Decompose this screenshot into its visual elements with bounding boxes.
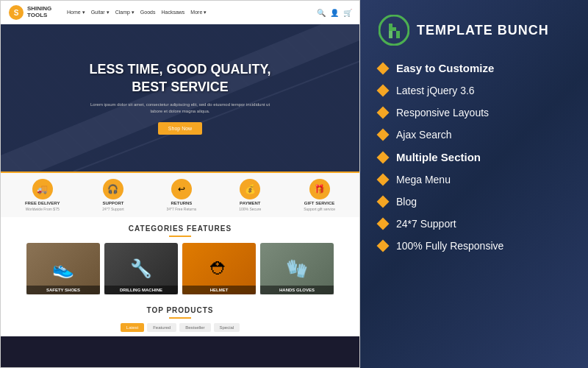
feature-responsive-label: Responsive Layouts — [396, 107, 489, 118]
hero-background — [1, 24, 359, 171]
feature-multiple-section: Multiple Section — [379, 151, 570, 163]
diamond-icon — [377, 62, 390, 74]
brand-name: TEMPLATE BUNCH — [417, 23, 549, 38]
right-content: TEMPLATE BUNCH Easy to Customize Latest … — [360, 0, 588, 266]
feature-jquery-label: Latest jQuery 3.6 — [396, 85, 475, 96]
shoes-emoji: 👟 — [52, 258, 74, 279]
feature-support-sub: 24*7 Support — [102, 207, 123, 211]
category-helmet[interactable]: ⛑ HELMET — [182, 243, 256, 294]
categories-section: CATEGORIES FEATURES 👟 SAFETY SHOES 🔧 DRI… — [1, 217, 359, 302]
hero-title: LESS TIME, GOOD QUALITY, BEST SERVICE — [89, 61, 270, 96]
tab-featured[interactable]: Featured — [147, 323, 176, 332]
feature-delivery: 🚚 FREE DELIVERY Worldwide From $75 — [25, 179, 60, 211]
category-helmet-label: HELMET — [182, 286, 256, 294]
feature-247-label: 24*7 Support — [396, 218, 456, 230]
feature-gift-title: GIFT SERVICE — [304, 201, 335, 205]
nav-icons: 🔍 👤 🛒 — [317, 9, 352, 17]
brand-header: TEMPLATE BUNCH — [379, 15, 570, 46]
category-gloves-label: HANDS GLOVES — [260, 286, 334, 294]
category-drill-label: DRILLING MACHINE — [104, 286, 178, 294]
feature-gift-sub: Support gift service — [304, 207, 335, 211]
tab-latest[interactable]: Latest — [121, 323, 144, 332]
diamond-icon-5 — [377, 151, 390, 163]
feature-jquery: Latest jQuery 3.6 — [379, 85, 570, 96]
feature-delivery-title: FREE DELIVERY — [25, 201, 60, 205]
diamond-icon-3 — [377, 107, 390, 119]
products-divider — [169, 317, 191, 319]
feature-ajax: Ajax Search — [379, 129, 570, 141]
svg-text:S: S — [14, 9, 19, 17]
cart-icon[interactable]: 🛒 — [343, 9, 352, 17]
tab-bestseller[interactable]: Bestseller — [179, 323, 210, 332]
category-shoes-label: SAFETY SHOES — [26, 286, 100, 294]
feature-easy-to-customize: Easy to Customize — [379, 62, 570, 74]
nav-guitar[interactable]: Guitar ▾ — [91, 10, 110, 15]
search-icon[interactable]: 🔍 — [317, 9, 326, 17]
nav-links: Home ▾ Guitar ▾ Clamp ▾ Goods Hacksaws M… — [67, 10, 309, 15]
products-title: TOP PRODUCTS — [8, 306, 352, 314]
category-drilling-machine[interactable]: 🔧 DRILLING MACHINE — [104, 243, 178, 294]
payment-icon: 💰 — [240, 179, 260, 199]
feature-gift: 🎁 GIFT SERVICE Support gift service — [304, 179, 335, 211]
diamond-icon-6 — [377, 174, 390, 186]
nav-clamp[interactable]: Clamp ▾ — [115, 10, 135, 15]
category-safety-shoes[interactable]: 👟 SAFETY SHOES — [26, 243, 100, 294]
helmet-emoji: ⛑ — [210, 258, 228, 279]
feature-payment: 💰 PAYMENT 100% Secure — [239, 179, 261, 211]
gloves-emoji: 🧤 — [286, 258, 308, 279]
hero-subtitle: Lorem ipsum dolor sit amet, consectetur … — [85, 102, 276, 115]
diamond-icon-8 — [377, 218, 390, 230]
feature-ajax-label: Ajax Search — [396, 129, 451, 141]
diamond-icon-2 — [377, 85, 390, 97]
feature-payment-sub: 100% Secure — [239, 207, 261, 211]
nav-goods[interactable]: Goods — [140, 10, 156, 15]
logo-text: SHININGTOOLS — [27, 6, 51, 19]
feature-delivery-sub: Worldwide From $75 — [26, 207, 60, 211]
feature-responsive: Responsive Layouts — [379, 107, 570, 118]
diamond-icon-9 — [377, 240, 390, 252]
features-bar: 🚚 FREE DELIVERY Worldwide From $75 🎧 SUP… — [1, 171, 359, 217]
hero-section: LESS TIME, GOOD QUALITY, BEST SERVICE Lo… — [1, 24, 359, 171]
feature-returns-title: RETURNS — [171, 201, 192, 205]
feature-returns: ↩ RETURNS 34*7 Free Returns — [166, 179, 196, 211]
diamond-icon-4 — [377, 129, 390, 141]
feature-mega-label: Mega Menu — [396, 174, 451, 185]
feature-returns-sub: 34*7 Free Returns — [166, 207, 196, 211]
feature-list: Easy to Customize Latest jQuery 3.6 Resp… — [379, 62, 570, 252]
feature-fully-label: 100% Fully Responsive — [396, 240, 503, 252]
feature-support-title: SUPPORT — [102, 201, 123, 205]
logo-area: S SHININGTOOLS — [8, 4, 60, 21]
drill-emoji: 🔧 — [130, 258, 152, 279]
feature-247-support: 24*7 Support — [379, 218, 570, 230]
returns-icon: ↩ — [171, 179, 192, 199]
tab-special[interactable]: Special — [214, 323, 240, 332]
feature-blog: Blog — [379, 196, 570, 208]
products-section: TOP PRODUCTS Latest Featured Bestseller … — [1, 302, 359, 336]
right-panel: TEMPLATE BUNCH Easy to Customize Latest … — [360, 0, 588, 368]
categories-divider — [169, 236, 191, 237]
shop-now-button[interactable]: Shop Now — [158, 122, 202, 135]
user-icon[interactable]: 👤 — [330, 9, 339, 17]
gift-icon: 🎁 — [309, 179, 330, 199]
delivery-icon: 🚚 — [32, 179, 53, 199]
support-icon: 🎧 — [103, 179, 123, 199]
feature-easy-label: Easy to Customize — [396, 62, 494, 74]
nav-more[interactable]: More ▾ — [190, 10, 207, 15]
categories-title: CATEGORIES FEATURES — [8, 224, 352, 233]
category-gloves[interactable]: 🧤 HANDS GLOVES — [260, 243, 334, 294]
nav-hacksaws[interactable]: Hacksaws — [161, 10, 184, 15]
feature-mega-menu: Mega Menu — [379, 174, 570, 185]
website-preview: S SHININGTOOLS Home ▾ Guitar ▾ Clamp ▾ G… — [0, 0, 360, 368]
nav-bar: S SHININGTOOLS Home ▾ Guitar ▾ Clamp ▾ G… — [1, 1, 359, 24]
template-bunch-logo — [379, 15, 409, 46]
nav-home[interactable]: Home ▾ — [67, 10, 85, 15]
feature-support: 🎧 SUPPORT 24*7 Support — [102, 179, 123, 211]
feature-multiple-label: Multiple Section — [396, 151, 481, 163]
diamond-icon-7 — [377, 196, 390, 208]
logo-icon: S — [8, 4, 24, 21]
feature-fully-responsive: 100% Fully Responsive — [379, 240, 570, 252]
feature-blog-label: Blog — [396, 196, 417, 208]
feature-payment-title: PAYMENT — [240, 201, 260, 205]
categories-grid: 👟 SAFETY SHOES 🔧 DRILLING MACHINE ⛑ HELM… — [8, 243, 352, 294]
products-tabs: Latest Featured Bestseller Special — [8, 323, 352, 332]
